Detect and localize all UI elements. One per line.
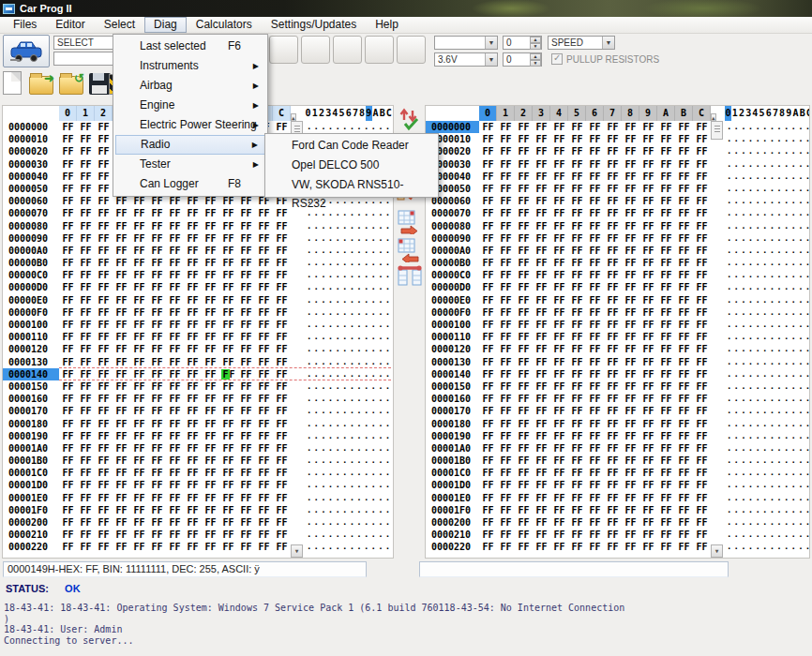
scrollbar-track[interactable] xyxy=(711,319,723,331)
hex-cell[interactable]: FF xyxy=(604,195,622,207)
hex-cell[interactable]: FF xyxy=(237,281,255,293)
hex-cell[interactable]: FF xyxy=(693,393,711,405)
hex-cell[interactable]: FF xyxy=(515,356,533,368)
hex-cell[interactable]: FF xyxy=(550,455,568,467)
hex-cell[interactable]: FF xyxy=(130,405,148,417)
hex-cell[interactable]: FF xyxy=(273,455,291,467)
hex-cell[interactable]: FF xyxy=(533,380,550,393)
hex-cell[interactable]: FF xyxy=(184,220,202,232)
ascii-cell[interactable]: ............. xyxy=(303,380,393,393)
hex-cell[interactable]: FF xyxy=(604,145,622,157)
hex-cell[interactable]: FF xyxy=(237,245,255,257)
hex-cell[interactable]: FF xyxy=(657,281,675,293)
address-cell[interactable]: 00000A0 xyxy=(426,245,479,257)
scrollbar-track[interactable] xyxy=(291,418,303,430)
hex-cell[interactable]: FF xyxy=(497,183,515,195)
hex-cell[interactable]: FF xyxy=(479,294,497,306)
hex-cell[interactable]: FF xyxy=(202,380,219,393)
hex-cell[interactable]: FF xyxy=(693,245,711,257)
hex-cell[interactable]: FF xyxy=(148,269,166,281)
ascii-cell[interactable]: ............. xyxy=(723,467,809,479)
hex-cell[interactable]: FF xyxy=(693,171,711,183)
hex-cell[interactable]: FF xyxy=(604,257,622,269)
hex-cell[interactable]: FF xyxy=(113,343,130,355)
hex-cell[interactable]: FF xyxy=(273,467,291,479)
hex-cell[interactable]: FF xyxy=(604,220,622,232)
hex-cell[interactable]: FF xyxy=(586,133,604,145)
hex-cell[interactable]: FF xyxy=(533,479,550,491)
scrollbar-track[interactable] xyxy=(291,504,303,516)
hex-cell[interactable]: FF xyxy=(77,455,95,467)
hex-cell[interactable]: FF xyxy=(273,380,291,393)
hex-cell[interactable]: FF xyxy=(273,121,291,133)
hex-cell[interactable]: FF xyxy=(166,306,184,319)
hex-cell[interactable]: FF xyxy=(657,294,675,306)
hex-cell[interactable]: FF xyxy=(675,294,693,306)
hex-cell[interactable]: FF xyxy=(184,492,202,504)
hex-cell[interactable]: FF xyxy=(657,145,675,157)
pullup-resistors-checkbox[interactable]: PULLUP RESISTORS xyxy=(551,53,659,65)
hex-cell[interactable]: FF xyxy=(657,220,675,232)
ascii-cell[interactable]: ............. xyxy=(723,516,809,529)
hex-cell[interactable]: FF xyxy=(533,245,550,257)
hex-cell[interactable]: FF xyxy=(622,207,639,219)
ascii-cell[interactable]: ............. xyxy=(723,479,809,491)
hex-cell[interactable]: FF xyxy=(586,257,604,269)
hex-cell[interactable]: FF xyxy=(497,418,515,430)
hex-cell[interactable]: FF xyxy=(604,319,622,331)
hex-cell[interactable]: FF xyxy=(604,133,622,145)
ascii-cell[interactable]: ............. xyxy=(723,405,809,417)
hex-cell[interactable]: FF xyxy=(550,405,568,417)
hex-cell[interactable]: FF xyxy=(130,331,148,343)
toolbar-button-2[interactable] xyxy=(301,36,330,64)
hex-cell[interactable]: FF xyxy=(95,442,113,455)
hex-cell[interactable]: FF xyxy=(255,306,273,319)
hex-cell[interactable]: FF xyxy=(130,393,148,405)
address-cell[interactable]: 0000110 xyxy=(3,331,59,343)
address-cell[interactable]: 00000F0 xyxy=(3,306,59,319)
hex-cell[interactable]: FF xyxy=(237,343,255,355)
hex-cell[interactable]: FF xyxy=(219,467,237,479)
scrollbar-track[interactable] xyxy=(711,430,723,442)
hex-cell[interactable]: FF xyxy=(515,516,533,529)
menu-item-engine[interactable]: Engine▶ xyxy=(115,96,265,115)
address-cell[interactable]: 0000200 xyxy=(426,516,479,529)
hex-cell[interactable]: FF xyxy=(148,455,166,467)
hex-cell[interactable]: FF xyxy=(639,306,657,319)
hex-cell[interactable]: FF xyxy=(675,405,693,417)
hex-cell[interactable]: FF xyxy=(568,145,586,157)
hex-cell[interactable]: FF xyxy=(568,405,586,417)
hex-cell[interactable]: FF xyxy=(113,220,130,232)
hex-cell[interactable]: FF xyxy=(639,294,657,306)
hex-cell[interactable]: FF xyxy=(604,121,622,133)
hex-cell[interactable]: FF xyxy=(113,455,130,467)
hex-cell[interactable]: FF xyxy=(202,442,219,455)
hex-cell[interactable]: FF xyxy=(237,331,255,343)
scrollbar-track[interactable] xyxy=(711,245,723,257)
hex-cell[interactable]: FF xyxy=(59,269,77,281)
ascii-cell[interactable]: ............. xyxy=(303,504,393,516)
hex-cell[interactable]: FF xyxy=(586,442,604,455)
hex-cell[interactable]: FF xyxy=(568,479,586,491)
hex-cell[interactable]: FF xyxy=(639,257,657,269)
hex-cell[interactable]: FF xyxy=(255,467,273,479)
hex-cell[interactable]: FF xyxy=(237,418,255,430)
scrollbar-track[interactable] xyxy=(291,393,303,405)
hex-cell[interactable]: FF xyxy=(77,430,95,442)
hex-cell[interactable]: FF xyxy=(202,504,219,516)
hex-cell[interactable]: FF xyxy=(479,220,497,232)
hex-cell[interactable]: FF xyxy=(77,541,95,553)
hex-cell[interactable]: FF xyxy=(639,158,657,171)
ascii-cell[interactable]: ............. xyxy=(723,281,809,293)
address-cell[interactable]: 0000070 xyxy=(3,207,59,219)
hex-cell[interactable]: FF xyxy=(95,207,113,219)
hex-cell[interactable]: FF xyxy=(622,455,639,467)
hex-cell[interactable]: FF xyxy=(273,319,291,331)
hex-cell[interactable]: FF xyxy=(184,319,202,331)
scrollbar-track[interactable] xyxy=(291,245,303,257)
hex-cell[interactable]: FF xyxy=(604,269,622,281)
hex-cell[interactable]: FF xyxy=(657,257,675,269)
hex-cell[interactable]: FF xyxy=(639,393,657,405)
hex-cell[interactable]: FF xyxy=(604,504,622,516)
hex-cell[interactable]: FF xyxy=(479,133,497,145)
